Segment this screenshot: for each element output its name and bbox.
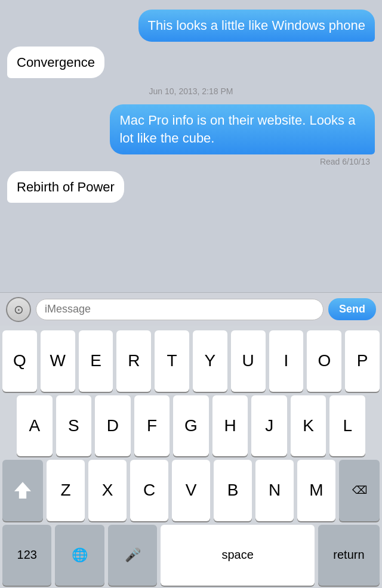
key-e[interactable]: E	[79, 330, 113, 392]
message-text: Convergence	[17, 55, 95, 70]
keyboard-row-3: Z X C V B N M ⌫	[2, 460, 380, 521]
message-row: Rebirth of Power	[7, 171, 375, 203]
sent-bubble: This looks a little like Windows phone	[138, 10, 375, 42]
key-y[interactable]: Y	[193, 330, 227, 392]
key-v[interactable]: V	[172, 460, 210, 521]
mic-key[interactable]: 🎤	[108, 525, 157, 586]
shift-arrow-icon	[14, 482, 31, 499]
message-row: Convergence	[7, 47, 375, 79]
key-g[interactable]: G	[173, 395, 209, 457]
key-s[interactable]: S	[56, 395, 92, 457]
key-d[interactable]: D	[95, 395, 131, 457]
return-key[interactable]: return	[318, 525, 380, 586]
camera-button[interactable]: ⊙	[6, 297, 31, 322]
key-h[interactable]: H	[212, 395, 248, 457]
key-x[interactable]: X	[88, 460, 127, 521]
key-k[interactable]: K	[291, 395, 326, 457]
send-button[interactable]: Send	[328, 298, 376, 320]
message-input[interactable]	[36, 299, 324, 320]
received-bubble: Rebirth of Power	[7, 171, 124, 203]
key-m[interactable]: M	[297, 460, 335, 521]
sent-bubble: Mac Pro info is on their website. Looks …	[110, 104, 375, 154]
keyboard-row-bottom: 123 🌐 🎤 space return	[2, 525, 380, 586]
numbers-key[interactable]: 123	[2, 525, 51, 586]
input-bar: ⊙ Send	[0, 292, 382, 326]
camera-icon: ⊙	[14, 302, 24, 317]
key-w[interactable]: W	[41, 330, 75, 392]
key-a[interactable]: A	[17, 395, 53, 457]
keyboard: Q W E R T Y U I O P A S D F G H J K L Z …	[0, 326, 382, 588]
received-bubble: Convergence	[7, 47, 104, 79]
key-n[interactable]: N	[255, 460, 294, 521]
read-receipt: Read 6/10/13	[7, 157, 375, 166]
delete-key[interactable]: ⌫	[339, 460, 380, 521]
space-key[interactable]: space	[161, 525, 315, 586]
key-f[interactable]: F	[134, 395, 170, 457]
key-t[interactable]: T	[155, 330, 189, 392]
key-u[interactable]: U	[231, 330, 266, 392]
key-r[interactable]: R	[116, 330, 151, 392]
keyboard-row-1: Q W E R T Y U I O P	[2, 330, 380, 392]
globe-key[interactable]: 🌐	[55, 525, 104, 586]
key-b[interactable]: B	[214, 460, 252, 521]
message-text: This looks a little like Windows phone	[148, 18, 365, 33]
key-o[interactable]: O	[307, 330, 341, 392]
shift-key[interactable]	[2, 460, 43, 521]
messages-area: This looks a little like Windows phone C…	[0, 0, 382, 292]
key-q[interactable]: Q	[2, 330, 37, 392]
timestamp: Jun 10, 2013, 2:18 PM	[7, 86, 375, 96]
key-c[interactable]: C	[130, 460, 168, 521]
keyboard-row-2: A S D F G H J K L	[2, 395, 380, 457]
message-row: Mac Pro info is on their website. Looks …	[7, 104, 375, 154]
key-p[interactable]: P	[345, 330, 380, 392]
message-text: Mac Pro info is on their website. Looks …	[119, 113, 355, 146]
key-z[interactable]: Z	[47, 460, 85, 521]
key-i[interactable]: I	[269, 330, 304, 392]
key-l[interactable]: L	[329, 395, 365, 457]
message-text: Rebirth of Power	[17, 180, 115, 194]
message-row: This looks a little like Windows phone	[7, 10, 375, 42]
key-j[interactable]: J	[251, 395, 287, 457]
